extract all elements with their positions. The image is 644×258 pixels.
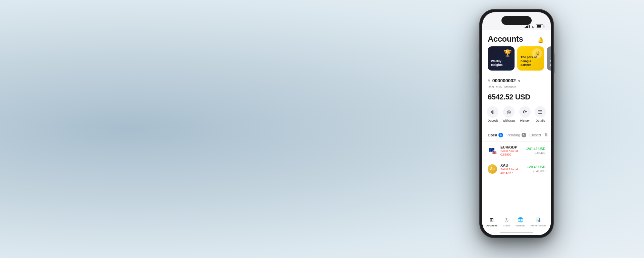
trade-info-xau: XAU Sell 0.1 lot at 2043.447 xyxy=(500,163,524,174)
trade-pair-xau: XAU xyxy=(500,163,524,167)
sort-icon[interactable]: ⇅ xyxy=(544,133,548,137)
weekly-icon: 🏆 xyxy=(503,49,512,57)
deposit-button[interactable]: ⊕ Deposit xyxy=(487,106,498,122)
trade-pair-eurgbp: EUR/GBP xyxy=(500,145,522,149)
promo-card-weekly[interactable]: 🏆 WeeklyInsights xyxy=(488,46,515,71)
nav-accounts[interactable]: ⊞ Accounts xyxy=(484,215,500,228)
tab-open[interactable]: Open 6 xyxy=(488,131,506,139)
account-hash: # xyxy=(488,78,490,83)
nav-profile[interactable]: 👤 Profile xyxy=(548,215,551,228)
signal-icon xyxy=(525,25,530,28)
status-icons: ▲ xyxy=(525,25,543,28)
trades-tabs: Open 6 Pending 3 Closed ⇅ xyxy=(482,128,551,142)
trade-values-xau: +20.48 USD 2041.399 xyxy=(527,165,545,173)
phone-screen: ▲ 🔔 Accounts xyxy=(482,12,551,235)
trade-pnl-xau: +20.48 USD xyxy=(527,165,545,169)
deposit-label: Deposit xyxy=(488,119,498,122)
accounts-nav-icon: ⊞ xyxy=(488,216,495,223)
trade-nav-label: Trade xyxy=(503,224,510,227)
tab-closed-label: Closed xyxy=(530,133,541,137)
notification-bell[interactable]: 🔔 xyxy=(536,35,545,44)
deposit-icon: ⊕ xyxy=(487,106,498,118)
account-number: 000000002 xyxy=(492,78,516,83)
tab-closed[interactable]: Closed xyxy=(530,132,544,138)
accounts-nav-label: Accounts xyxy=(486,224,497,227)
power-button xyxy=(553,53,554,73)
details-button[interactable]: ☰ Details xyxy=(535,106,546,122)
trade-detail-xau: Sell 0.1 lot at 2043.447 xyxy=(500,168,524,174)
tab-open-label: Open xyxy=(488,133,497,137)
history-label: History xyxy=(520,119,530,122)
nav-performance[interactable]: 📊 Performance xyxy=(528,215,548,228)
performance-nav-label: Performance xyxy=(530,224,546,227)
trade-detail-eurgbp: Sell 0.5 lot at 0.85800 xyxy=(500,149,522,156)
secure-label: Secu...acco... xyxy=(550,59,551,67)
chevron-down-icon: ∨ xyxy=(518,79,520,83)
markets-nav-icon: 🌐 xyxy=(517,216,524,223)
nav-trade[interactable]: ◎ Trade xyxy=(500,215,513,228)
phone-device: ▲ 🔔 Accounts xyxy=(480,9,553,238)
account-tag-standard: Standard xyxy=(504,85,517,89)
promo-cards-row: 🏆 WeeklyInsights 👑 The perk ofbeing a pa… xyxy=(482,46,551,75)
account-tag-real: Real xyxy=(488,85,494,89)
weekly-label: WeeklyInsights xyxy=(491,59,511,67)
mute-button xyxy=(479,43,480,52)
trade-item-xau[interactable]: Au XAU Sell 0.1 lot at 2043.447 +20.48 U… xyxy=(482,160,551,178)
withdraw-icon: ◎ xyxy=(503,106,515,118)
tab-pending-label: Pending xyxy=(506,133,520,137)
details-label: Details xyxy=(536,119,545,122)
tab-pending-badge: 3 xyxy=(522,133,526,137)
performance-nav-icon: 📊 xyxy=(534,216,542,223)
home-indicator xyxy=(500,232,533,233)
balance-display: 6542.52 USD xyxy=(482,91,551,106)
markets-nav-label: Markets xyxy=(516,224,525,227)
details-icon: ☰ xyxy=(535,106,546,118)
flag-gbp: 🇬🇧 xyxy=(492,150,497,156)
withdraw-label: Withdraw xyxy=(502,119,515,122)
battery-icon xyxy=(536,25,543,28)
volume-up-button xyxy=(479,58,480,75)
withdraw-button[interactable]: ◎ Withdraw xyxy=(502,106,515,122)
trade-item-eurgbp[interactable]: 🇪🇺 🇬🇧 EUR/GBP Sell 0.5 lot at 0.85800 +2… xyxy=(482,142,551,160)
trade-price-eurgbp: 0.85420 xyxy=(525,151,545,155)
trade-nav-icon: ◎ xyxy=(503,216,510,223)
trade-price-xau: 2041.399 xyxy=(527,169,545,173)
account-tags: Real MT5 Standard xyxy=(482,85,551,91)
account-tag-mt5: MT5 xyxy=(496,85,502,89)
nav-markets[interactable]: 🌐 Markets xyxy=(513,215,528,228)
phone-hand-wrapper: ▲ 🔔 Accounts xyxy=(376,0,584,258)
trade-values-eurgbp: +241.42 USD 0.85420 xyxy=(525,147,545,155)
history-icon: ⟳ xyxy=(519,106,531,118)
partner-icon: 👑 xyxy=(532,48,542,58)
promo-card-secure[interactable]: Secu...acco... xyxy=(547,46,551,71)
trade-info-eurgbp: EUR/GBP Sell 0.5 lot at 0.85800 xyxy=(500,145,522,156)
tab-open-badge: 6 xyxy=(498,133,503,137)
app-content: 🔔 Accounts 🏆 WeeklyInsights 👑 The perk o… xyxy=(482,30,551,235)
trade-flag-xau: Au xyxy=(488,164,497,174)
wifi-icon: ▲ xyxy=(531,25,534,28)
trade-flag-eurgbp: 🇪🇺 🇬🇧 xyxy=(488,146,497,156)
promo-card-partner[interactable]: 👑 The perk ofbeing a partner xyxy=(517,46,544,71)
trade-pnl-eurgbp: +241.42 USD xyxy=(525,147,545,151)
tab-pending[interactable]: Pending 3 xyxy=(506,131,529,139)
account-selector[interactable]: # 000000002 ∨ xyxy=(482,75,551,85)
dynamic-island xyxy=(501,16,532,25)
history-button[interactable]: ⟳ History xyxy=(519,106,531,122)
scene: ▲ 🔔 Accounts xyxy=(0,0,644,258)
bell-icon: 🔔 xyxy=(537,37,544,43)
action-buttons-row: ⊕ Deposit ◎ Withdraw ⟳ History ☰ xyxy=(482,106,551,128)
volume-down-button xyxy=(479,78,480,95)
